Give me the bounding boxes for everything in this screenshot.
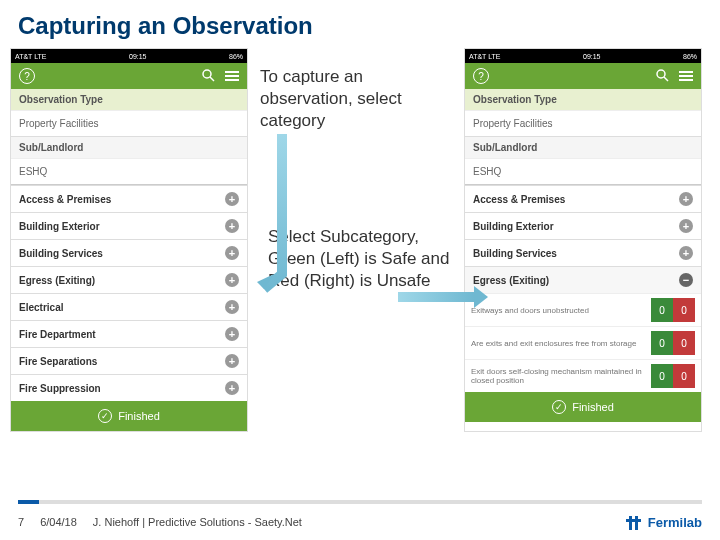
safe-count[interactable]: 0 (651, 298, 673, 322)
category-egress-expanded[interactable]: Egress (Exiting)− (465, 266, 701, 293)
plus-icon[interactable]: + (225, 219, 239, 233)
category-access[interactable]: Access & Premises+ (11, 185, 247, 212)
minus-icon[interactable]: − (679, 273, 693, 287)
check-icon: ✓ (98, 409, 112, 423)
category-building-services[interactable]: Building Services+ (11, 239, 247, 266)
sub-item-enclosures[interactable]: Are exits and exit enclosures free from … (465, 326, 701, 359)
svg-line-1 (210, 77, 214, 81)
footer: 7 6/04/18 J. Niehoff | Predictive Soluti… (18, 516, 302, 528)
finished-button[interactable]: ✓ Finished (465, 392, 701, 422)
clock-label: 09:15 (583, 53, 601, 60)
help-icon[interactable]: ? (19, 68, 35, 84)
safe-count[interactable]: 0 (651, 331, 673, 355)
sub-item-label: Exit doors self-closing mechanism mainta… (471, 367, 651, 385)
clock-label: 09:15 (129, 53, 147, 60)
fermilab-text: Fermilab (648, 515, 702, 530)
instruction-2: Select Subcategory, Green (Left) is Safe… (268, 226, 456, 292)
unsafe-count[interactable]: 0 (673, 364, 695, 388)
plus-icon[interactable]: + (679, 246, 693, 260)
property-facilities-field[interactable]: Property Facilities (465, 110, 701, 136)
finished-label: Finished (118, 410, 160, 422)
safe-count[interactable]: 0 (651, 364, 673, 388)
page-number: 7 (18, 516, 24, 528)
category-label: Egress (Exiting) (19, 275, 95, 286)
svg-rect-3 (398, 292, 474, 302)
app-header: ? (465, 63, 701, 89)
category-label: Access & Premises (19, 194, 111, 205)
footer-date: 6/04/18 (40, 516, 77, 528)
plus-icon[interactable]: + (225, 354, 239, 368)
phone-right: AT&T LTE 09:15 86% ? Observation Type Pr… (464, 48, 702, 432)
status-bar: AT&T LTE 09:15 86% (11, 49, 247, 63)
category-electrical[interactable]: Electrical+ (11, 293, 247, 320)
plus-icon[interactable]: + (225, 273, 239, 287)
category-label: Building Exterior (473, 221, 554, 232)
property-facilities-field[interactable]: Property Facilities (11, 110, 247, 136)
sub-landlord-header: Sub/Landlord (11, 136, 247, 158)
obs-type-header: Observation Type (465, 89, 701, 110)
plus-icon[interactable]: + (679, 219, 693, 233)
battery-label: 86% (229, 53, 243, 60)
menu-icon[interactable] (679, 71, 693, 81)
unsafe-count[interactable]: 0 (673, 331, 695, 355)
plus-icon[interactable]: + (679, 192, 693, 206)
obs-type-header: Observation Type (11, 89, 247, 110)
slide-title: Capturing an Observation (0, 0, 720, 48)
category-building-exterior[interactable]: Building Exterior+ (465, 212, 701, 239)
sub-item-label: Are exits and exit enclosures free from … (471, 339, 651, 348)
check-icon: ✓ (552, 400, 566, 414)
category-label: Fire Suppression (19, 383, 101, 394)
plus-icon[interactable]: + (225, 300, 239, 314)
svg-point-5 (657, 70, 665, 78)
phone-left: AT&T LTE 09:15 86% ? Observation Type Pr… (10, 48, 248, 432)
category-building-exterior[interactable]: Building Exterior+ (11, 212, 247, 239)
menu-icon[interactable] (225, 71, 239, 81)
sub-item-exitways[interactable]: Exitways and doors unobstructed 0 0 (465, 293, 701, 326)
svg-point-0 (203, 70, 211, 78)
category-label: Access & Premises (473, 194, 565, 205)
search-icon[interactable] (201, 68, 215, 85)
category-fire-separations[interactable]: Fire Separations+ (11, 347, 247, 374)
sub-item-label: Exitways and doors unobstructed (471, 306, 651, 315)
category-label: Building Exterior (19, 221, 100, 232)
status-bar: AT&T LTE 09:15 86% (465, 49, 701, 63)
plus-icon[interactable]: + (225, 192, 239, 206)
battery-label: 86% (683, 53, 697, 60)
category-label: Fire Separations (19, 356, 97, 367)
category-egress[interactable]: Egress (Exiting)+ (11, 266, 247, 293)
category-label: Electrical (19, 302, 63, 313)
plus-icon[interactable]: + (225, 381, 239, 395)
finished-label: Finished (572, 401, 614, 413)
category-label: Building Services (473, 248, 557, 259)
search-icon[interactable] (655, 68, 669, 85)
category-fire-suppression[interactable]: Fire Suppression+ (11, 374, 247, 401)
carrier-label: AT&T LTE (469, 53, 501, 60)
fermilab-icon (626, 516, 644, 530)
instructions-column: To capture an observation, select catego… (256, 48, 456, 432)
eshq-field[interactable]: ESHQ (11, 158, 247, 184)
carrier-label: AT&T LTE (15, 53, 47, 60)
finished-button[interactable]: ✓ Finished (11, 401, 247, 431)
content-area: AT&T LTE 09:15 86% ? Observation Type Pr… (0, 48, 720, 432)
app-header: ? (11, 63, 247, 89)
plus-icon[interactable]: + (225, 327, 239, 341)
unsafe-count[interactable]: 0 (673, 298, 695, 322)
category-label: Fire Department (19, 329, 96, 340)
footer-credit: J. Niehoff | Predictive Solutions - Saet… (93, 516, 302, 528)
category-building-services[interactable]: Building Services+ (465, 239, 701, 266)
sub-landlord-header: Sub/Landlord (465, 136, 701, 158)
svg-line-6 (664, 77, 668, 81)
footer-divider (18, 500, 702, 504)
help-icon[interactable]: ? (473, 68, 489, 84)
instruction-1: To capture an observation, select catego… (260, 66, 456, 132)
category-access[interactable]: Access & Premises+ (465, 185, 701, 212)
category-label: Building Services (19, 248, 103, 259)
sub-item-self-closing[interactable]: Exit doors self-closing mechanism mainta… (465, 359, 701, 392)
category-label: Egress (Exiting) (473, 275, 549, 286)
plus-icon[interactable]: + (225, 246, 239, 260)
category-fire-department[interactable]: Fire Department+ (11, 320, 247, 347)
fermilab-logo: Fermilab (626, 515, 702, 530)
eshq-field[interactable]: ESHQ (465, 158, 701, 184)
